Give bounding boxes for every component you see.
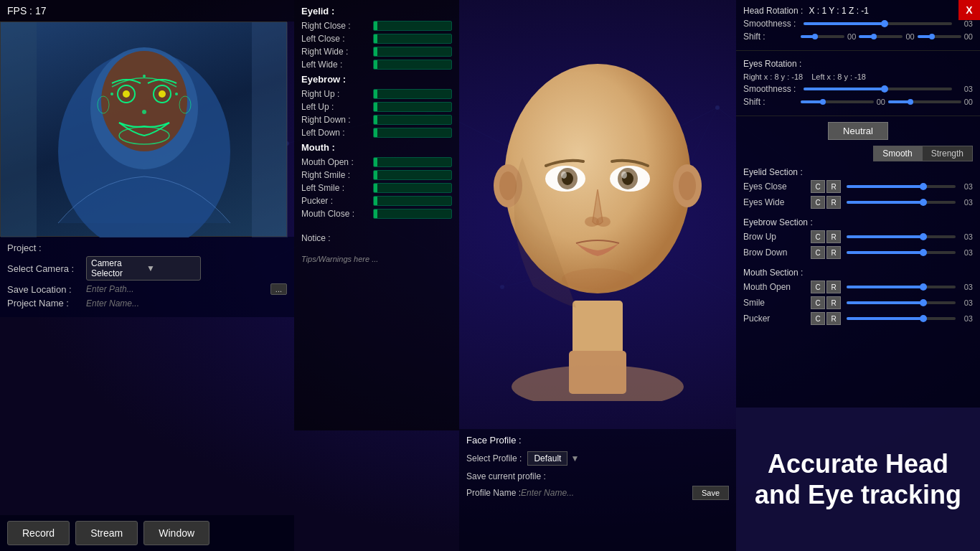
pucker-bar[interactable]: [373, 196, 452, 206]
smile-c-btn[interactable]: C: [811, 296, 825, 309]
smile-ctrl-slider[interactable]: [847, 301, 956, 304]
eyes-shift-val-2: 00: [964, 98, 973, 106]
close-button[interactable]: X: [958, 0, 980, 20]
pucker-ctrl-row: Pucker C R 03: [743, 312, 973, 325]
smooth-tab[interactable]: Smooth: [873, 146, 921, 161]
brow-down-row: Brow Down C R 03: [743, 246, 973, 259]
shift-val-3: 00: [964, 32, 973, 41]
project-name-input[interactable]: [86, 298, 287, 309]
brow-down-slider[interactable]: [847, 251, 956, 254]
camera-value: Camera Selector: [91, 258, 141, 278]
smoothness-track[interactable]: [804, 22, 952, 25]
brow-down-c-btn[interactable]: C: [811, 246, 825, 259]
svg-rect-35: [252, 22, 288, 237]
smile-r-btn[interactable]: R: [826, 296, 841, 309]
svg-point-27: [142, 110, 146, 114]
profile-name-input[interactable]: [521, 488, 692, 498]
head-rotation-values: X : 1 Y : 1 Z : -1: [809, 6, 869, 16]
eyelid-section-label: Eyelid Section :: [743, 167, 973, 177]
left-smile-bar[interactable]: [373, 183, 452, 193]
param-pucker: Pucker :: [294, 194, 459, 207]
notice-area: Notice :: [294, 227, 459, 252]
pucker-ctrl-slider[interactable]: [847, 317, 956, 320]
mouth-open-cr: C R: [811, 281, 841, 293]
face-profile-section: Face Profile : Select Profile : Default …: [459, 429, 736, 551]
eyes-close-c-btn[interactable]: C: [811, 180, 825, 193]
eyes-wide-label: Eyes Wide: [743, 197, 808, 207]
stream-button[interactable]: Stream: [75, 521, 138, 545]
eyes-shift-slider-1[interactable]: [801, 100, 874, 103]
shift-slider-2[interactable]: [859, 35, 903, 38]
svg-point-38: [512, 365, 684, 401]
right-smile-bar[interactable]: [373, 170, 452, 180]
save-profile-button[interactable]: Save: [692, 486, 729, 500]
brow-up-slider[interactable]: [847, 235, 956, 238]
svg-point-53: [596, 217, 611, 227]
param-left-close: Left Close :: [294, 32, 459, 45]
eyes-rotation-label: Eyes Rotation :: [743, 59, 801, 69]
pucker-c-btn[interactable]: C: [811, 312, 825, 325]
eyes-rotation-values: Right x : 8 y : -18 Left x : 8 y : -18: [743, 72, 973, 81]
mouth-open-ctrl-slider[interactable]: [847, 286, 956, 288]
neutral-button[interactable]: Neutral: [828, 122, 888, 140]
promo-overlay: Accurate Headand Eye tracking: [736, 408, 980, 551]
smile-ctrl-value: 03: [958, 298, 973, 307]
eyes-wide-slider[interactable]: [847, 201, 956, 204]
right-down-bar[interactable]: [373, 115, 452, 125]
left-close-bar[interactable]: [373, 34, 452, 44]
brow-down-cr: C R: [811, 246, 841, 259]
right-up-bar[interactable]: [373, 89, 452, 99]
svg-point-51: [621, 171, 627, 179]
param-right-smile: Right Smile :: [294, 169, 459, 182]
save-profile-label: Save current profile :: [466, 471, 729, 481]
pucker-ctrl-label: Pucker: [743, 314, 808, 324]
eyes-wide-c-btn[interactable]: C: [811, 196, 825, 209]
eyes-shift-slider-2[interactable]: [888, 100, 961, 103]
brow-up-r-btn[interactable]: R: [826, 230, 841, 243]
eyes-close-slider[interactable]: [847, 185, 956, 188]
left-wide-bar[interactable]: [373, 60, 452, 70]
eyes-smoothness-track[interactable]: [804, 88, 952, 90]
mouth-open-r-btn[interactable]: R: [826, 281, 841, 293]
right-close-bar[interactable]: [373, 21, 452, 31]
eyes-shift-label: Shift :: [743, 97, 801, 107]
eyes-wide-r-btn[interactable]: R: [826, 196, 841, 209]
eyes-rotation-right: Right x : 8 y : -18: [743, 72, 803, 81]
record-button[interactable]: Record: [7, 521, 70, 545]
window-button[interactable]: Window: [143, 521, 209, 545]
brow-up-c-btn[interactable]: C: [811, 230, 825, 243]
svg-point-54: [562, 268, 633, 290]
browse-button[interactable]: ...: [270, 283, 287, 295]
eyes-close-value: 03: [958, 182, 973, 191]
pucker-r-btn[interactable]: R: [826, 312, 841, 325]
shift-slider-3[interactable]: [918, 35, 961, 38]
eyes-close-r-btn[interactable]: R: [826, 180, 841, 193]
project-name-label: Project Name :: [7, 298, 86, 309]
strength-tab[interactable]: Strength: [922, 146, 973, 161]
profile-selector[interactable]: Default: [527, 451, 567, 466]
shift-slider-1[interactable]: [801, 35, 844, 38]
svg-point-31: [143, 75, 146, 77]
profile-name-row: Profile Name : Save: [466, 486, 729, 500]
eyes-close-cr: C R: [811, 180, 841, 193]
left-up-bar[interactable]: [373, 102, 452, 112]
svg-point-29: [110, 93, 113, 95]
param-mouth-open: Mouth Open :: [294, 156, 459, 169]
right-wide-bar[interactable]: [373, 47, 452, 57]
eyes-wide-row: Eyes Wide C R 03: [743, 196, 973, 209]
save-location-label: Save Location :: [7, 284, 86, 295]
svg-point-26: [159, 90, 166, 98]
left-down-bar[interactable]: [373, 128, 452, 138]
camera-selector[interactable]: Camera Selector ▼: [86, 256, 201, 281]
profile-dropdown-arrow[interactable]: ▼: [570, 453, 579, 463]
select-profile-label: Select Profile :: [466, 453, 522, 463]
select-profile-row: Select Profile : Default ▼: [466, 451, 729, 466]
save-location-input[interactable]: [86, 284, 268, 294]
project-section: Project : Select Camera : Camera Selecto…: [0, 237, 294, 317]
param-left-down: Left Down :: [294, 126, 459, 139]
param-right-wide: Right Wide :: [294, 45, 459, 58]
mouth-open-c-btn[interactable]: C: [811, 281, 825, 293]
mouth-open-bar[interactable]: [373, 157, 452, 167]
brow-down-r-btn[interactable]: R: [826, 246, 841, 259]
mouth-close-bar[interactable]: [373, 209, 452, 219]
